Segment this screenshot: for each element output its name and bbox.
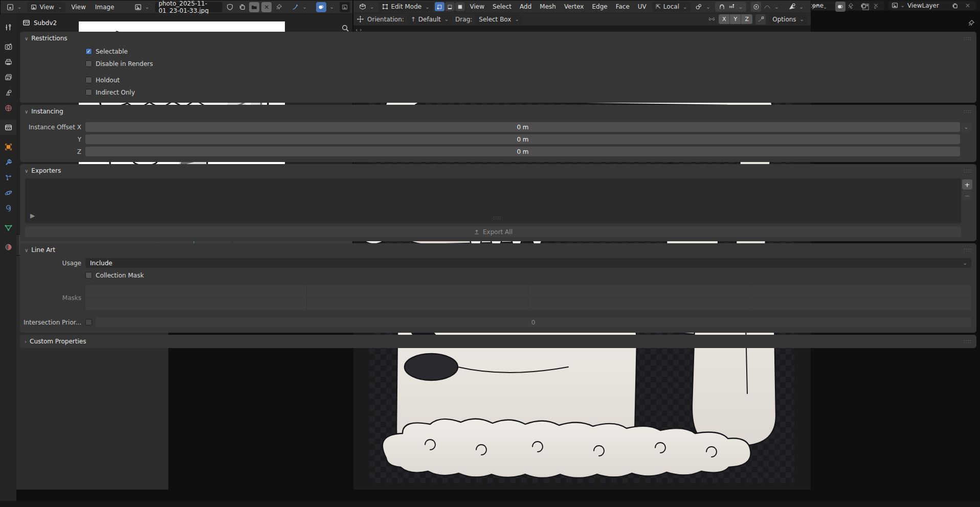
viewlayer-selector[interactable]: ⌄ ViewLayer ✕ xyxy=(888,1,976,10)
edge-select-mode-button[interactable] xyxy=(445,2,455,11)
image-image-menu[interactable]: Image xyxy=(92,4,118,11)
viewlayer-name: ViewLayer xyxy=(907,2,947,9)
instance-offset-y-field[interactable]: 0 m xyxy=(85,134,960,144)
exporters-list[interactable]: ▶ :::: xyxy=(25,178,961,223)
open-image-folder-icon[interactable] xyxy=(249,2,259,12)
tab-object[interactable] xyxy=(0,139,16,154)
tab-output[interactable] xyxy=(0,54,16,70)
remove-exporter-button[interactable]: − xyxy=(962,191,972,201)
tab-collection[interactable] xyxy=(0,120,16,135)
pin-icon[interactable] xyxy=(274,2,284,12)
breadcrumb: Subdv2 xyxy=(16,14,980,30)
list-resize-grip[interactable]: :::: xyxy=(493,215,501,220)
breadcrumb-name[interactable]: Subdv2 xyxy=(34,19,57,27)
render-slot-icon[interactable] xyxy=(340,2,350,12)
fake-user-shield-icon[interactable] xyxy=(225,2,235,12)
snap-target-selector[interactable] xyxy=(692,2,714,12)
blender-window: File Edit Render Window Help Layout Mode… xyxy=(0,0,980,507)
mask-toggle[interactable] xyxy=(307,298,528,310)
mask-toggle[interactable] xyxy=(85,298,306,310)
tab-render[interactable] xyxy=(0,39,16,54)
pin-id-icon[interactable] xyxy=(968,19,975,27)
show-gizmo-dropdown[interactable] xyxy=(785,2,807,12)
selectable-checkbox[interactable] xyxy=(85,48,92,55)
instance-offset-dropdown[interactable]: ⌄ xyxy=(961,122,971,132)
panel-grip-icon[interactable]: :::: xyxy=(964,247,972,252)
vertex-menu[interactable]: Vertex xyxy=(561,3,588,10)
mask-toggle[interactable] xyxy=(529,298,750,310)
tab-tool[interactable] xyxy=(0,19,16,35)
tab-material[interactable] xyxy=(0,239,16,255)
panel-exporters-header[interactable]: ∨ Exporters :::: xyxy=(20,164,976,177)
tab-modifiers[interactable] xyxy=(0,154,16,170)
add-menu[interactable]: Add xyxy=(516,3,535,10)
intersection-priority-field[interactable]: 0 xyxy=(95,317,971,327)
face-select-mode-button[interactable] xyxy=(455,2,465,11)
tab-view-layer[interactable] xyxy=(0,70,16,85)
collection-mask-checkbox[interactable] xyxy=(85,272,92,279)
status-bar xyxy=(0,501,980,507)
export-all-button[interactable]: Export All xyxy=(25,226,961,237)
tab-physics[interactable] xyxy=(0,185,16,200)
panel-grip-icon[interactable]: :::: xyxy=(964,36,972,41)
face-menu[interactable]: Face xyxy=(612,3,633,10)
list-expand-icon[interactable]: ▶ xyxy=(30,212,35,219)
snap-dropdown[interactable] xyxy=(715,2,746,12)
transform-orientation-selector[interactable]: ⇱ Local xyxy=(652,2,691,12)
new-viewlayer-icon[interactable] xyxy=(950,1,960,11)
tab-particles[interactable] xyxy=(0,170,16,185)
indirect-only-label: Indirect Only xyxy=(96,89,135,96)
panel-custom-properties-header[interactable]: › Custom Properties :::: xyxy=(20,335,976,348)
view-menu[interactable]: View xyxy=(466,3,488,10)
proportional-editing-dropdown[interactable] xyxy=(747,2,782,12)
tab-scene[interactable] xyxy=(0,85,16,100)
overlays-icon xyxy=(316,2,326,12)
panel-restrictions-header[interactable]: ∨ Restrictions :::: xyxy=(20,32,976,45)
collapse-icon: ∨ xyxy=(25,247,28,253)
panel-line-art: ∨ Line Art :::: Usage Include⌄ Collectio… xyxy=(20,243,976,333)
select-menu[interactable]: Select xyxy=(489,3,515,10)
vertex-select-mode-button[interactable] xyxy=(435,2,444,11)
new-image-icon[interactable] xyxy=(237,2,247,12)
intersection-priority-checkbox[interactable] xyxy=(85,319,92,326)
tab-constraints[interactable] xyxy=(0,200,16,216)
remove-viewlayer-icon[interactable]: ✕ xyxy=(963,1,973,11)
overlays-dropdown[interactable] xyxy=(808,2,831,12)
panel-grip-icon[interactable]: :::: xyxy=(964,109,972,114)
mode-selector[interactable]: Edit Mode xyxy=(378,2,433,12)
editor-type-button[interactable] xyxy=(355,2,377,12)
image-datablock[interactable]: photo_2025-11-01_23-01-33.jpg xyxy=(155,2,222,12)
usage-dropdown[interactable]: Include⌄ xyxy=(85,258,971,268)
snap-magnet-icon xyxy=(719,3,726,10)
image-browse-button[interactable] xyxy=(131,2,153,12)
edge-menu[interactable]: Edge xyxy=(588,3,611,10)
add-exporter-button[interactable]: + xyxy=(962,179,972,190)
instance-offset-x-field[interactable]: 0 m xyxy=(85,122,960,132)
mask-toggle[interactable] xyxy=(85,285,306,297)
mask-toggle[interactable] xyxy=(750,285,971,297)
panel-line-art-header[interactable]: ∨ Line Art :::: xyxy=(20,243,976,257)
xray-toggle[interactable] xyxy=(832,2,857,12)
image-view-menu[interactable]: View xyxy=(68,4,89,11)
indirect-only-checkbox[interactable] xyxy=(85,89,92,96)
collapse-icon: ∨ xyxy=(25,168,28,174)
uv-menu[interactable]: UV xyxy=(634,3,650,10)
disable-in-renders-checkbox[interactable] xyxy=(85,60,92,67)
mask-toggle[interactable] xyxy=(529,285,750,297)
holdout-checkbox[interactable] xyxy=(85,77,92,83)
tab-object-data[interactable] xyxy=(0,220,16,235)
tab-world[interactable] xyxy=(0,100,16,116)
mask-toggle[interactable] xyxy=(750,298,971,310)
panel-grip-icon[interactable]: :::: xyxy=(964,339,972,344)
gizmo-dropdown[interactable] xyxy=(288,2,310,12)
overlays-dropdown[interactable] xyxy=(313,2,338,12)
unlink-image-icon[interactable]: ✕ xyxy=(261,2,272,12)
panel-grip-icon[interactable]: :::: xyxy=(964,168,972,173)
mask-toggle[interactable] xyxy=(307,285,528,297)
instance-offset-z-field[interactable]: 0 m xyxy=(85,147,960,156)
mesh-menu[interactable]: Mesh xyxy=(536,3,560,10)
editor-type-button[interactable] xyxy=(3,2,25,12)
panel-instancing-header[interactable]: ∨ Instancing :::: xyxy=(20,105,976,118)
shading-mode-buttons[interactable] xyxy=(858,2,881,12)
image-display-mode[interactable]: View xyxy=(27,2,65,12)
